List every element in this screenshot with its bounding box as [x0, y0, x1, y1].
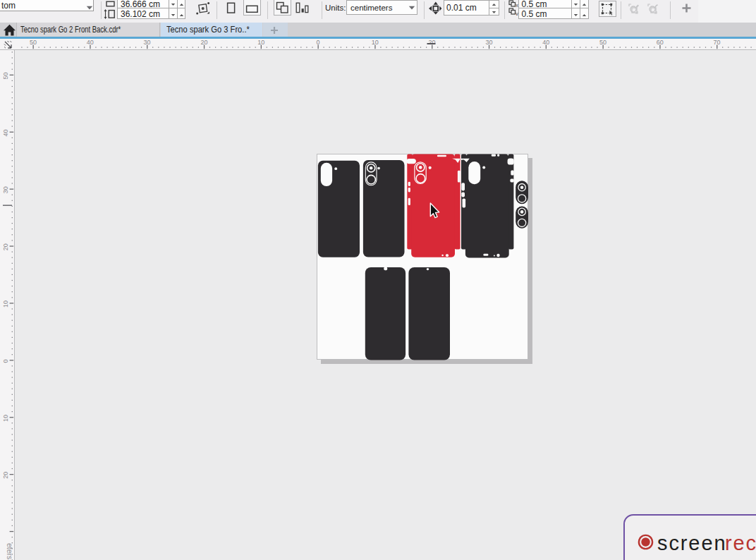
- svg-text:20: 20: [2, 472, 9, 479]
- svg-text:30: 30: [144, 39, 151, 46]
- svg-text:20: 20: [2, 243, 9, 250]
- svg-text:10: 10: [2, 300, 9, 308]
- svg-text:rec: rec: [725, 532, 756, 554]
- svg-text:screen: screen: [657, 532, 726, 554]
- svg-text:0: 0: [316, 39, 319, 46]
- svg-text:70: 70: [714, 39, 721, 46]
- svg-text:40: 40: [542, 39, 549, 46]
- svg-text:10: 10: [257, 39, 264, 46]
- svg-text:30: 30: [485, 39, 492, 46]
- svg-text:10: 10: [2, 415, 9, 422]
- svg-text:20: 20: [200, 39, 207, 46]
- svg-text:20: 20: [429, 39, 436, 46]
- svg-text:50: 50: [2, 72, 9, 79]
- svg-text:eters: eters: [6, 543, 14, 559]
- svg-text:10: 10: [372, 39, 379, 46]
- svg-text:50: 50: [599, 39, 606, 46]
- svg-text:30: 30: [2, 186, 9, 193]
- svg-text:0: 0: [2, 359, 9, 363]
- svg-text:40: 40: [87, 39, 94, 46]
- svg-text:50: 50: [30, 39, 37, 46]
- svg-text:60: 60: [657, 39, 664, 46]
- svg-text:40: 40: [2, 129, 9, 136]
